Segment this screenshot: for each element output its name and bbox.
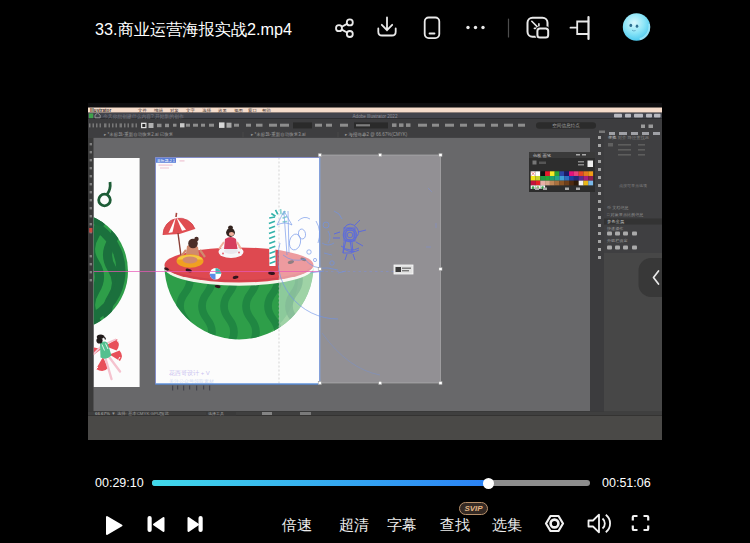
svg-text:参色金属: 参色金属	[607, 219, 624, 224]
svg-text:色板 画笔: 色板 画笔	[532, 153, 552, 158]
svg-text:变换 对齐 路径查找器: 变换 对齐 路径查找器	[608, 135, 650, 140]
svg-text:今天你想创建什么内容? 开始新的创作: 今天你想创建什么内容? 开始新的创作	[103, 113, 184, 120]
svg-text:Adobe Illustrator 2022: Adobe Illustrator 2022	[353, 114, 398, 119]
svg-text:▸ *未标题-重新自动恢复3.ai: ▸ *未标题-重新自动恢复3.ai	[251, 131, 306, 138]
svg-text:未标题-2 1: 未标题-2 1	[157, 158, 175, 163]
svg-text:外观栏设定: 外观栏设定	[607, 238, 627, 243]
svg-text:文件编辑对象文字选择效果视图窗口帮助: 文件编辑对象文字选择效果视图窗口帮助	[138, 108, 271, 113]
svg-text:Illustrator: Illustrator	[90, 108, 111, 113]
svg-text:花西哥设计 + V: 花西哥设计 + V	[169, 369, 210, 377]
svg-text:受 文档信息: 受 文档信息	[607, 205, 629, 210]
svg-text:选择工具: 选择工具	[208, 411, 224, 416]
svg-text:快速操作: 快速操作	[606, 226, 623, 231]
svg-text:▸ *未标题-重新自动恢复2.ai 已恢复: ▸ *未标题-重新自动恢复2.ai 已恢复	[104, 131, 174, 138]
svg-text:▸ 海报临摹2 @ 66.67%(CMYK): ▸ 海报临摹2 @ 66.67%(CMYK)	[345, 131, 408, 137]
